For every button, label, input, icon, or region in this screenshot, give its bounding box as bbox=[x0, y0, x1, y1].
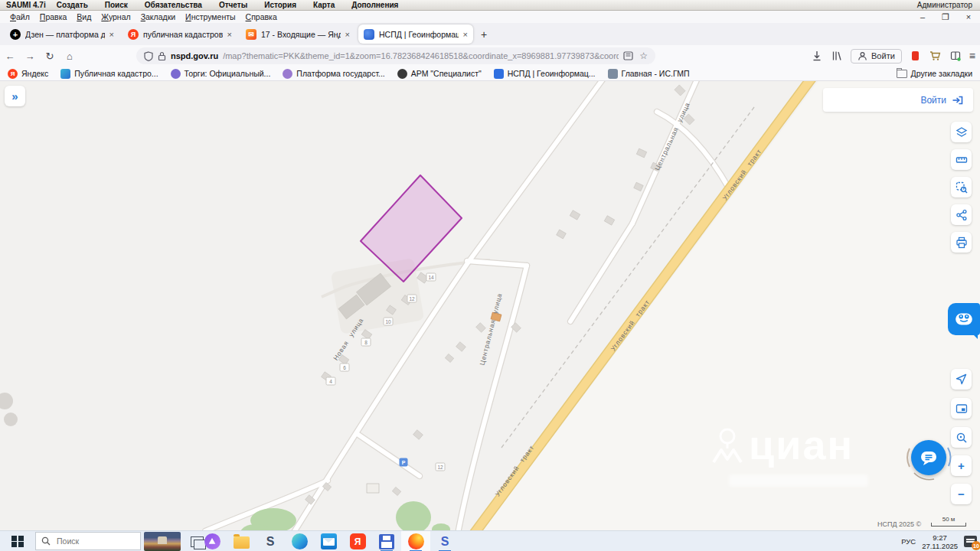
saumi-icon: S bbox=[266, 535, 275, 549]
minimize-button[interactable]: – bbox=[911, 12, 934, 21]
news-widget-thumbnail[interactable] bbox=[144, 532, 181, 551]
downloads-icon[interactable] bbox=[811, 50, 823, 62]
bookmark-gmp[interactable]: Главная - ИС.ГМП bbox=[608, 69, 690, 79]
search-icon bbox=[41, 536, 51, 546]
taskbar-app-edge[interactable] bbox=[285, 531, 314, 551]
taskbar-app-mail[interactable] bbox=[314, 531, 343, 551]
bookmark-yandex[interactable]: ЯЯндекс bbox=[8, 69, 48, 79]
frog-icon bbox=[954, 309, 974, 329]
menu-file[interactable]: Файл bbox=[10, 12, 30, 21]
saumi-menu-history[interactable]: История bbox=[264, 1, 296, 9]
reader-mode-icon[interactable] bbox=[623, 51, 633, 60]
taskbar-app-firefox[interactable] bbox=[401, 531, 430, 551]
taskbar-search-input[interactable] bbox=[55, 536, 135, 546]
bookmark-nspd[interactable]: НСПД | Геоинформац... bbox=[494, 69, 596, 79]
edge-icon bbox=[292, 533, 308, 549]
navigation-bar: ← → ↻ ⌂ nspd.gov.ru /map?thematic=PKK&th… bbox=[0, 45, 980, 67]
start-button[interactable] bbox=[0, 531, 35, 551]
overview-map-button[interactable] bbox=[951, 398, 972, 419]
taskbar-clock[interactable]: 9:27 27.11.2025 bbox=[922, 533, 958, 550]
saumi-menu-obligations[interactable]: Обязательства bbox=[145, 1, 202, 9]
terrain-blobs bbox=[0, 393, 18, 426]
tab-close-icon[interactable]: × bbox=[109, 30, 114, 39]
saumi-app-title: SAUMI 4.7i bbox=[6, 1, 46, 9]
tab-close-icon[interactable]: × bbox=[227, 30, 232, 39]
saumi-menu-map[interactable]: Карта bbox=[313, 1, 335, 9]
tab-nspd-active[interactable]: НСПД | Геоинформационный × bbox=[358, 24, 473, 44]
bookmark-star-icon[interactable]: ☆ bbox=[639, 51, 648, 61]
mail-icon bbox=[321, 533, 337, 549]
zoom-in-button[interactable]: + bbox=[951, 455, 972, 476]
url-bar[interactable]: nspd.gov.ru /map?thematic=PKK&theme_id=1… bbox=[136, 47, 655, 64]
saumi-menu-addons[interactable]: Дополнения bbox=[351, 1, 398, 9]
taskbar-app-alice[interactable] bbox=[198, 531, 227, 551]
desktop: SAUMI 4.7i Создать Поиск Обязательства О… bbox=[0, 0, 980, 551]
menu-tools[interactable]: Инструменты bbox=[185, 12, 235, 21]
yandex-favicon: Я bbox=[128, 29, 139, 40]
bookmark-torgi[interactable]: Торги: Официальный... bbox=[171, 69, 271, 79]
map-login-bar[interactable]: Войти bbox=[823, 88, 973, 112]
app-menu-icon[interactable]: ≡ bbox=[969, 50, 975, 62]
nspd-icon bbox=[494, 69, 504, 79]
saumi-menu-search[interactable]: Поиск bbox=[105, 1, 128, 9]
share-button[interactable] bbox=[951, 204, 972, 225]
taskbar-search[interactable] bbox=[35, 532, 141, 550]
assistant-frog-button[interactable] bbox=[948, 303, 980, 335]
bookmark-platforma[interactable]: Платформа государст... bbox=[283, 69, 384, 79]
yandex-extension-icon[interactable] bbox=[910, 50, 922, 62]
menu-help[interactable]: Справка bbox=[246, 12, 277, 21]
search-location-button[interactable] bbox=[951, 427, 972, 448]
zoom-out-button[interactable]: − bbox=[951, 484, 972, 504]
print-button[interactable] bbox=[951, 232, 972, 253]
parking-badge: Р bbox=[400, 458, 408, 467]
reload-icon[interactable]: ↻ bbox=[40, 51, 60, 62]
taskbar-app-explorer[interactable] bbox=[227, 531, 256, 551]
house-number-badge: 12 bbox=[436, 463, 446, 471]
saumi-menu-reports[interactable]: Отчеты bbox=[219, 1, 247, 9]
system-tray: РУС 9:27 27.11.2025 10 bbox=[901, 531, 980, 551]
search-area-button[interactable] bbox=[951, 177, 972, 197]
tab-dzen[interactable]: + Дзен — платформа для прос × bbox=[5, 24, 119, 44]
menu-view[interactable]: Вид bbox=[77, 12, 91, 21]
home-icon[interactable]: ⌂ bbox=[60, 51, 80, 62]
menu-bookmarks[interactable]: Закладки bbox=[141, 12, 175, 21]
emblem-icon bbox=[171, 69, 181, 79]
tab-close-icon[interactable]: × bbox=[463, 30, 468, 39]
measure-button[interactable] bbox=[951, 149, 972, 170]
split-view-icon[interactable] bbox=[949, 50, 962, 62]
notification-icon[interactable]: 10 bbox=[964, 536, 977, 547]
tab-mail[interactable]: ✉ 17 - Входящие — Яндекс Почт × bbox=[240, 24, 355, 44]
menu-edit[interactable]: Правка bbox=[40, 12, 67, 21]
other-bookmarks[interactable]: Другие закладки bbox=[897, 69, 972, 78]
taskbar-app-yandex[interactable]: Я bbox=[343, 531, 372, 551]
tab-bar: + Дзен — платформа для прос × Я публична… bbox=[0, 23, 980, 45]
layers-button[interactable] bbox=[951, 122, 972, 142]
maximize-button[interactable]: ❐ bbox=[934, 12, 957, 22]
cian-logo-icon bbox=[712, 425, 743, 465]
forward-icon[interactable]: → bbox=[20, 51, 40, 62]
account-login-button[interactable]: Войти bbox=[851, 49, 902, 64]
back-icon[interactable]: ← bbox=[0, 51, 20, 62]
map-viewport[interactable]: Центральная улица Угловский тракт Угловс… bbox=[0, 81, 980, 530]
taskbar-app-save[interactable] bbox=[372, 531, 401, 551]
bookmark-pkk[interactable]: Публичная кадастро... bbox=[60, 69, 158, 79]
browser-menubar: Файл Правка Вид Журнал Закладки Инструме… bbox=[0, 11, 980, 23]
chat-support-button[interactable] bbox=[911, 440, 946, 475]
taskbar-app-s2[interactable]: S bbox=[430, 531, 459, 551]
my-location-button[interactable] bbox=[951, 369, 972, 390]
cart-icon[interactable] bbox=[929, 50, 942, 62]
tab-pkk[interactable]: Я публичная кадастровая карта × bbox=[122, 24, 237, 44]
new-tab-button[interactable]: + bbox=[481, 28, 487, 41]
map-icon bbox=[60, 69, 70, 79]
saumi-menu-create[interactable]: Создать bbox=[57, 1, 88, 9]
language-indicator[interactable]: РУС bbox=[901, 537, 916, 546]
tab-close-icon[interactable]: × bbox=[345, 30, 350, 39]
taskbar-app-saumi[interactable]: S bbox=[256, 531, 285, 551]
close-button[interactable]: × bbox=[957, 12, 980, 21]
library-icon[interactable] bbox=[831, 50, 843, 62]
house-number-badge: 6 bbox=[340, 364, 350, 372]
expand-panel-button[interactable]: » bbox=[5, 86, 25, 106]
mail-favicon: ✉ bbox=[246, 29, 256, 40]
bookmark-arm[interactable]: АРМ "Специалист" bbox=[397, 69, 482, 79]
menu-journal[interactable]: Журнал bbox=[101, 12, 130, 21]
